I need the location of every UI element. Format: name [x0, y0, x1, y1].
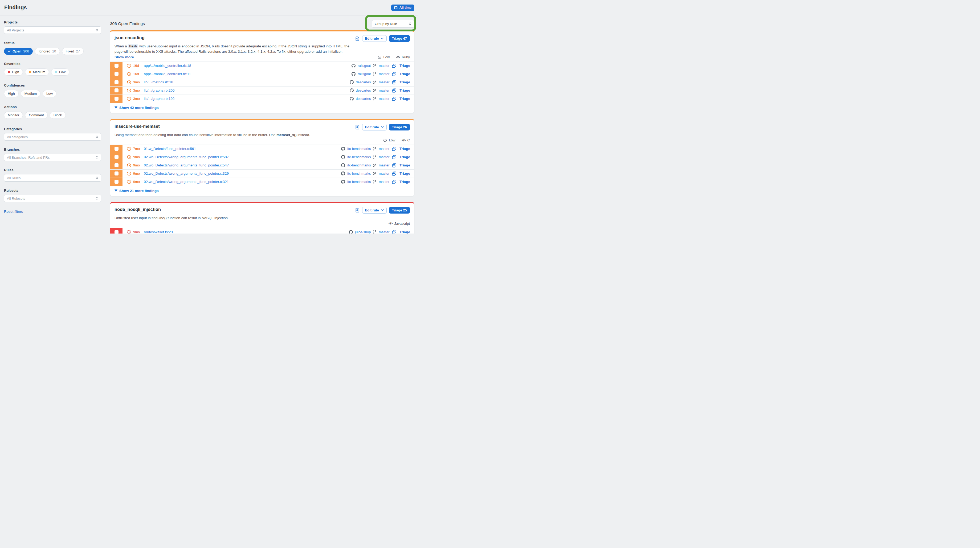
open-windows-icon[interactable] [392, 230, 396, 233]
triage-link[interactable]: Triage [399, 172, 410, 175]
triage-bulk-button[interactable]: Triage 47 [389, 35, 410, 42]
open-windows-icon[interactable] [392, 72, 396, 76]
open-windows-icon[interactable] [392, 64, 396, 68]
repo-link[interactable]: juice-shop [355, 230, 371, 234]
repo-link[interactable]: itc-benchmarks [347, 155, 371, 159]
all-time-button[interactable]: All time [391, 5, 414, 11]
finding-path-link[interactable]: 01.w_Defects/func_pointer.c:561 [144, 147, 196, 151]
edit-rule-button[interactable]: Edit rule [362, 207, 387, 214]
finding-path-link[interactable]: app/.../mobile_controller.rb:11 [144, 72, 191, 76]
row-checkbox[interactable] [115, 230, 119, 234]
severity-pill-medium[interactable]: Medium [25, 68, 49, 76]
triage-link[interactable]: Triage [399, 155, 410, 159]
view-rule-file-search-icon[interactable] [355, 208, 360, 213]
view-rule-file-search-icon[interactable] [355, 125, 360, 129]
finding-path-link[interactable]: lib/.../graphs.rb:205 [144, 88, 175, 92]
branch-link[interactable]: master [379, 72, 389, 76]
show-more-findings-link[interactable]: Show 21 more findings [110, 186, 414, 196]
open-windows-icon[interactable] [392, 155, 396, 159]
row-checkbox[interactable] [115, 155, 119, 159]
branch-link[interactable]: master [379, 180, 389, 184]
open-windows-icon[interactable] [392, 147, 396, 151]
confidence-pill-high[interactable]: High [4, 90, 19, 97]
confidence-pill-low[interactable]: Low [43, 90, 56, 97]
open-windows-icon[interactable] [392, 163, 396, 167]
repo-link[interactable]: descartes [356, 88, 371, 92]
finding-path-link[interactable]: lib/.../graphs.rb:192 [144, 97, 175, 101]
repo-link[interactable]: itc-benchmarks [347, 172, 371, 175]
repo-link[interactable]: itc-benchmarks [347, 147, 371, 151]
row-checkbox[interactable] [115, 163, 119, 167]
severity-strip [110, 228, 123, 233]
open-windows-icon[interactable] [392, 97, 396, 101]
branch-link[interactable]: master [379, 64, 389, 68]
github-icon [352, 72, 355, 76]
triage-link[interactable]: Triage [399, 163, 410, 167]
finding-path-link[interactable]: 02.wo_Defects/wrong_arguments_func_point… [144, 172, 229, 175]
row-checkbox[interactable] [115, 147, 119, 151]
branch-link[interactable]: master [379, 230, 389, 234]
row-checkbox[interactable] [115, 172, 119, 175]
branches-select[interactable]: All Branches, Refs and PRs [4, 154, 101, 161]
finding-path-link[interactable]: app/.../mobile_controller.rb:18 [144, 64, 191, 68]
rulesets-select[interactable]: All Rulesets [4, 195, 101, 202]
row-checkbox[interactable] [115, 80, 119, 84]
rules-select[interactable]: All Rules [4, 174, 101, 182]
projects-select[interactable]: All Projects [4, 26, 101, 34]
repo-link[interactable]: descartes [356, 80, 371, 84]
triage-link[interactable]: Triage [399, 230, 410, 234]
branch-link[interactable]: master [379, 172, 389, 175]
triage-link[interactable]: Triage [399, 147, 410, 151]
row-checkbox[interactable] [115, 180, 119, 184]
triage-bulk-button[interactable]: Triage 25 [389, 207, 410, 214]
repo-link[interactable]: itc-benchmarks [347, 163, 371, 167]
show-more-findings-link[interactable]: Show 42 more findings [110, 103, 414, 113]
finding-path-link[interactable]: 02.wo_Defects/wrong_arguments_func_point… [144, 180, 229, 184]
branch-link[interactable]: master [379, 97, 389, 101]
triage-link[interactable]: Triage [399, 180, 410, 184]
row-checkbox[interactable] [115, 64, 119, 68]
row-checkbox[interactable] [115, 88, 119, 92]
finding-path-link[interactable]: lib/.../metrics.rb:18 [144, 80, 173, 84]
branch-link[interactable]: master [379, 155, 389, 159]
repo-link[interactable]: railsgoat [358, 72, 371, 76]
open-windows-icon[interactable] [392, 80, 396, 84]
branch-link[interactable]: master [379, 163, 389, 167]
status-pill-open[interactable]: Open 306 [4, 48, 33, 55]
triage-link[interactable]: Triage [399, 88, 410, 92]
open-windows-icon[interactable] [392, 172, 396, 176]
status-pill-ignored[interactable]: Ignored 10 [35, 48, 60, 55]
branch-link[interactable]: master [379, 147, 389, 151]
reset-filters-link[interactable]: Reset filters [4, 210, 23, 214]
severity-pill-high[interactable]: High [4, 68, 23, 76]
repo-link[interactable]: railsgoat [358, 64, 371, 68]
triage-bulk-button[interactable]: Triage 26 [389, 124, 410, 130]
finding-path-link[interactable]: routes/wallet.ts:23 [144, 230, 173, 234]
status-pill-fixed[interactable]: Fixed 27 [62, 48, 84, 55]
branch-link[interactable]: master [379, 80, 389, 84]
categories-select[interactable]: All categories [4, 133, 101, 141]
triage-link[interactable]: Triage [399, 97, 410, 101]
severity-pill-low[interactable]: Low [51, 68, 69, 76]
group-by-select[interactable]: Group by Rule [372, 20, 414, 28]
row-checkbox[interactable] [115, 72, 119, 76]
edit-rule-button[interactable]: Edit rule [362, 124, 387, 130]
row-checkbox[interactable] [115, 97, 119, 101]
branch-link[interactable]: master [379, 88, 389, 92]
finding-path-link[interactable]: 02.wo_Defects/wrong_arguments_func_point… [144, 155, 229, 159]
open-windows-icon[interactable] [392, 180, 396, 184]
show-more-link[interactable]: Show more [115, 55, 134, 59]
triage-link[interactable]: Triage [399, 80, 410, 84]
confidence-pill-medium[interactable]: Medium [21, 90, 40, 97]
action-pill-block[interactable]: Block [50, 111, 66, 119]
action-pill-comment[interactable]: Comment [25, 111, 48, 119]
finding-path-link[interactable]: 02.wo_Defects/wrong_arguments_func_point… [144, 163, 229, 167]
repo-link[interactable]: itc-benchmarks [347, 180, 371, 184]
triage-link[interactable]: Triage [399, 64, 410, 68]
repo-link[interactable]: descartes [356, 97, 371, 101]
action-pill-monitor[interactable]: Monitor [4, 111, 23, 119]
view-rule-file-search-icon[interactable] [355, 36, 360, 41]
open-windows-icon[interactable] [392, 88, 396, 93]
triage-link[interactable]: Triage [399, 72, 410, 76]
edit-rule-button[interactable]: Edit rule [362, 35, 387, 42]
